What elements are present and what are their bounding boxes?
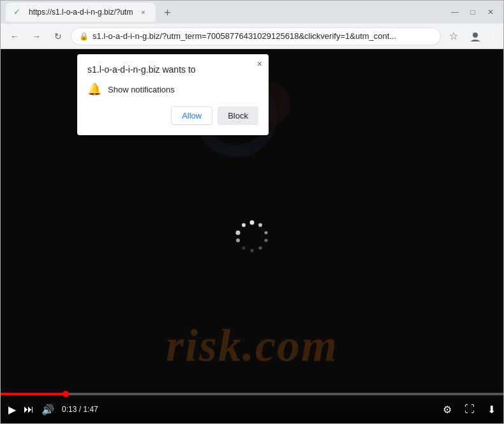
lock-icon: 🔒	[79, 32, 89, 41]
browser-window: ✓ https://s1.l-o-a-d-i-n-g.biz/?utm × + …	[0, 0, 504, 424]
popup-buttons: Allow Block	[87, 106, 258, 125]
popup-title: s1.l-o-a-d-i-n-g.biz wants to	[87, 64, 258, 75]
refresh-button[interactable]: ↻	[49, 27, 67, 45]
svg-point-8	[259, 246, 262, 249]
allow-button[interactable]: Allow	[171, 106, 212, 125]
svg-point-5	[258, 223, 262, 227]
window-controls: — □ ✕	[447, 4, 498, 20]
page-content: risk.com	[1, 49, 503, 423]
watermark-text-container: risk.com	[1, 319, 503, 372]
active-tab[interactable]: ✓ https://s1.l-o-a-d-i-n-g.biz/?utm ×	[6, 3, 156, 22]
new-tab-button[interactable]: +	[158, 4, 176, 22]
notification-popup: × s1.l-o-a-d-i-n-g.biz wants to 🔔 Show n…	[77, 54, 269, 135]
time-display: 0:13 / 1:47	[62, 405, 98, 414]
svg-point-0	[473, 33, 478, 38]
block-button[interactable]: Block	[218, 106, 258, 125]
minimize-button[interactable]: —	[447, 4, 463, 20]
svg-point-4	[250, 220, 255, 224]
back-button[interactable]: ←	[6, 27, 24, 45]
tab-close-button[interactable]: ×	[138, 7, 148, 17]
chrome-menu-button[interactable]: ⋮	[488, 30, 498, 42]
volume-button[interactable]: 🔊	[41, 404, 54, 416]
forward-button[interactable]: →	[27, 27, 45, 45]
bookmark-icon[interactable]: ☆	[445, 27, 463, 45]
address-box[interactable]: 🔒 s1.l-o-a-d-i-n-g.biz/?utm_term=7005877…	[71, 27, 441, 45]
maximize-button[interactable]: □	[465, 4, 480, 20]
tab-favicon: ✓	[13, 7, 24, 17]
download-button[interactable]: ⬇	[487, 404, 496, 416]
close-window-button[interactable]: ✕	[483, 4, 498, 20]
address-text: s1.l-o-a-d-i-n-g.biz/?utm_term=700587764…	[93, 31, 433, 41]
settings-button[interactable]: ⚙	[443, 404, 452, 416]
next-button[interactable]: ⏭	[24, 404, 34, 415]
svg-point-12	[236, 230, 241, 235]
popup-close-button[interactable]: ×	[257, 59, 262, 68]
title-bar: ✓ https://s1.l-o-a-d-i-n-g.biz/?utm × + …	[1, 1, 503, 24]
svg-point-6	[265, 231, 268, 234]
play-button[interactable]: ▶	[8, 404, 16, 416]
time-total: 1:47	[83, 405, 98, 414]
svg-point-10	[242, 246, 246, 249]
fullscreen-button[interactable]: ⛶	[464, 404, 475, 415]
loading-spinner	[233, 217, 271, 256]
address-bar-row: ← → ↻ 🔒 s1.l-o-a-d-i-n-g.biz/?utm_term=7…	[1, 24, 503, 49]
profile-icon[interactable]	[466, 27, 484, 45]
svg-point-7	[265, 238, 268, 242]
popup-notification-label: Show notifications	[108, 85, 175, 94]
bell-icon: 🔔	[87, 82, 101, 96]
tab-title: https://s1.l-o-a-d-i-n-g.biz/?utm	[29, 8, 133, 17]
svg-point-9	[251, 249, 254, 252]
svg-point-13	[242, 223, 246, 227]
popup-notification-row: 🔔 Show notifications	[87, 82, 258, 96]
watermark-text: risk.com	[166, 320, 338, 371]
time-current: 0:13	[62, 405, 77, 414]
video-controls: ▶ ⏭ 🔊 0:13 / 1:47 ⚙ ⛶ ⬇	[1, 395, 503, 423]
svg-point-11	[236, 238, 240, 242]
tab-bar: ✓ https://s1.l-o-a-d-i-n-g.biz/?utm × +	[6, 3, 445, 22]
